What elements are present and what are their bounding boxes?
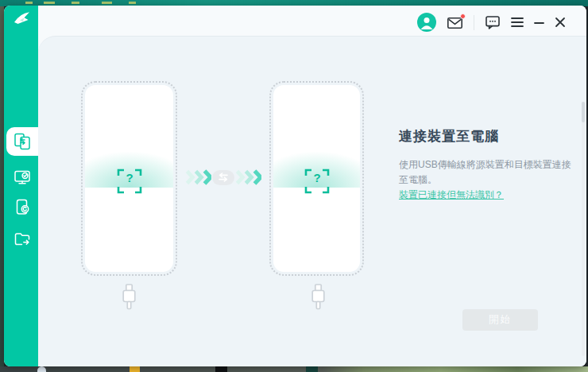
chevrons-left-group — [185, 169, 211, 185]
notification-dot — [460, 14, 466, 19]
close-icon[interactable] — [555, 17, 566, 28]
computer-check-icon — [14, 169, 31, 186]
taskbar-icon — [215, 366, 227, 372]
connect-instructions: 使用USB傳輸線將源裝置和目標裝置連接至電腦。 — [399, 157, 575, 187]
folder-export-icon — [14, 231, 31, 248]
titlebar-actions — [417, 11, 566, 33]
titlebar-divider — [474, 15, 474, 30]
minimize-icon[interactable] — [534, 17, 544, 28]
scrollbar-track — [582, 102, 585, 356]
envelope-icon[interactable] — [447, 16, 463, 29]
sidebar — [4, 6, 38, 366]
usb-plug-icon — [310, 284, 327, 310]
user-avatar-icon[interactable] — [417, 13, 436, 32]
taskbar-icon — [37, 366, 46, 372]
desktop-taskbar-strip — [0, 366, 588, 372]
sidebar-item-phone-to-phone-transfer[interactable] — [6, 127, 38, 156]
transfer-direction-indicator — [185, 169, 261, 185]
source-device-placeholder: ? — [117, 171, 142, 184]
brand-swoosh-logo-icon — [13, 10, 32, 28]
chat-bubble-icon[interactable] — [485, 14, 501, 30]
sidebar-item-data-export[interactable] — [4, 225, 38, 255]
phone-transfer-icon — [14, 133, 31, 150]
sidebar-item-computer-transfer[interactable] — [4, 163, 38, 193]
usb-plug-icon — [121, 284, 137, 310]
source-device-scan-frame: ? — [117, 169, 142, 194]
device-not-recognized-link[interactable]: 裝置已連接但無法識別？ — [399, 188, 504, 202]
scrollbar-thumb[interactable] — [582, 102, 585, 122]
sidebar-item-phone-backup-restore[interactable] — [4, 193, 38, 223]
target-device-placeholder: ? — [304, 171, 330, 184]
start-button[interactable]: 開始 — [462, 309, 538, 331]
page-title: 連接裝置至電腦 — [399, 127, 499, 145]
taskbar-icon — [130, 366, 140, 372]
chevrons-right-group — [235, 169, 261, 185]
phone-restore-icon — [14, 199, 31, 216]
app-window: ? — [4, 6, 586, 366]
hamburger-menu-icon[interactable] — [511, 17, 524, 28]
content-panel: ? — [38, 36, 586, 366]
swap-arrows-icon — [212, 170, 234, 185]
source-device-slot[interactable]: ? — [81, 81, 177, 276]
target-device-scan-frame: ? — [304, 169, 330, 194]
target-device-slot[interactable]: ? — [269, 81, 364, 276]
taskbar-icon — [306, 366, 318, 372]
